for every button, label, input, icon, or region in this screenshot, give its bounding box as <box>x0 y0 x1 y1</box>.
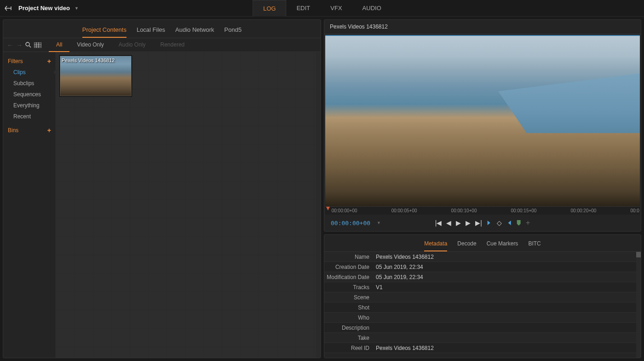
timeline-ruler[interactable]: 00:00:00+00 00:00:05+00 00:00:10+00 00:0… <box>325 206 640 215</box>
meta-value[interactable]: 05 Jun 2019, 22:34 <box>373 274 423 280</box>
add-marker-button[interactable] <box>517 220 521 226</box>
metadata-row: Shot <box>324 303 641 313</box>
sidebar-item-sequences[interactable]: Sequences <box>3 89 56 100</box>
sidebar-item-everything[interactable]: Everything <box>3 100 56 111</box>
svg-rect-2 <box>34 42 41 48</box>
clip-grid-scrollbar[interactable] <box>316 52 321 358</box>
mark-in-button[interactable] <box>487 220 492 226</box>
metadata-row: Creation Date05 Jun 2019, 22:34 <box>324 262 641 272</box>
meta-label: Take <box>324 335 373 341</box>
mark-out-button[interactable] <box>506 220 512 226</box>
workspace-tabs: LOG EDIT VFX AUDIO <box>253 0 391 17</box>
meta-value[interactable]: Pexels Videos 1436812 <box>373 254 434 260</box>
ruler-mark: 00:00:15+00 <box>511 208 537 213</box>
add-bin-button[interactable]: + <box>47 127 51 134</box>
nav-forward-icon[interactable]: → <box>16 41 23 49</box>
filter-audio-only[interactable]: Audio Only <box>111 38 153 52</box>
back-icon[interactable] <box>5 5 13 12</box>
ruler-mark: 00:00:00+00 <box>332 208 357 213</box>
go-to-end-button[interactable]: ▶| <box>475 219 482 227</box>
step-back-button[interactable]: ◀ <box>446 219 451 227</box>
clip-name-label: Pexels Videos 1436812 <box>62 58 115 63</box>
metadata-body: NamePexels Videos 1436812 Creation Date0… <box>324 252 641 358</box>
add-button[interactable]: + <box>526 219 530 227</box>
source-tabs: Project Contents Local Files Audio Netwo… <box>3 20 321 38</box>
viewer-frame[interactable] <box>325 35 640 206</box>
go-to-start-button[interactable]: |◀ <box>435 219 442 227</box>
meta-label: Shot <box>324 304 373 311</box>
tab-bitc[interactable]: BITC <box>528 238 540 251</box>
tab-audio-network[interactable]: Audio Network <box>175 23 214 38</box>
meta-label: Tracks <box>324 284 373 291</box>
tab-vfx[interactable]: VFX <box>320 0 352 17</box>
meta-label: Description <box>324 325 373 331</box>
metadata-tabs: Metadata Decode Cue Markers BITC <box>324 235 641 252</box>
meta-label: Scene <box>324 294 373 301</box>
tab-local-files[interactable]: Local Files <box>137 23 165 38</box>
tab-project-contents[interactable]: Project Contents <box>82 23 126 38</box>
project-title-label: Project New video <box>18 5 70 12</box>
main-area: Project Contents Local Files Audio Netwo… <box>0 17 644 361</box>
ruler-mark: 00:00:05+00 <box>391 208 417 213</box>
metadata-row: Description <box>324 323 641 333</box>
filter-rendered[interactable]: Rendered <box>153 38 192 52</box>
scrollbar-thumb[interactable] <box>636 252 641 257</box>
sidebar-item-recent[interactable]: Recent <box>3 111 56 122</box>
ruler-mark: 00:0 <box>630 208 639 213</box>
meta-label: Name <box>324 254 373 260</box>
metadata-row: Take <box>324 333 641 343</box>
filter-row: ← → All Video Only Audio Only Rendered <box>3 38 321 52</box>
transport-controls: 00:00:00+00 ▼ |◀ ◀ ▶ ▶ ▶| ◇ + <box>324 215 641 231</box>
sidebar-item-clips[interactable]: Clips <box>3 67 56 78</box>
meta-value[interactable]: 05 Jun 2019, 22:34 <box>373 264 423 270</box>
tab-metadata[interactable]: Metadata <box>424 238 447 251</box>
filters-label: Filters <box>8 58 23 64</box>
clip-thumbnail[interactable]: Pexels Videos 1436812 <box>60 56 132 96</box>
tab-cue-markers[interactable]: Cue Markers <box>487 238 518 251</box>
ruler-mark: 00:00:20+00 <box>571 208 597 213</box>
meta-value[interactable]: Pexels Videos 1436812 <box>373 345 434 351</box>
metadata-row: Reel IDPexels Videos 1436812 <box>324 343 641 353</box>
metadata-row: Modification Date05 Jun 2019, 22:34 <box>324 272 641 282</box>
filter-all[interactable]: All <box>49 38 69 52</box>
clear-marks-button[interactable]: ◇ <box>497 219 502 227</box>
step-forward-button[interactable]: ▶ <box>466 219 471 227</box>
metadata-panel: Metadata Decode Cue Markers BITC NamePex… <box>324 234 641 358</box>
metadata-row: Scene <box>324 292 641 303</box>
top-bar: Project New video ▼ LOG EDIT VFX AUDIO <box>0 0 644 17</box>
sidebar-item-subclips[interactable]: Subclips <box>3 78 56 89</box>
viewer-title: Pexels Videos 1436812 <box>324 20 641 34</box>
playhead-icon[interactable] <box>326 207 330 210</box>
bins-label: Bins <box>8 127 18 134</box>
filter-video-only[interactable]: Video Only <box>69 38 111 52</box>
viewer-panel: Pexels Videos 1436812 00:00:00+00 00:00:… <box>324 19 641 232</box>
tab-audio[interactable]: AUDIO <box>352 0 391 17</box>
clip-grid[interactable]: Pexels Videos 1436812 <box>56 52 321 358</box>
search-icon[interactable] <box>25 42 31 48</box>
svg-line-1 <box>29 46 31 47</box>
add-filter-button[interactable]: + <box>47 58 51 65</box>
timecode-display[interactable]: 00:00:00+00 <box>331 220 370 227</box>
metadata-scrollbar[interactable] <box>636 252 641 358</box>
chevron-down-icon[interactable]: ▼ <box>377 221 381 225</box>
meta-value[interactable]: V1 <box>373 284 383 291</box>
meta-label: Modification Date <box>324 274 373 280</box>
tab-edit[interactable]: EDIT <box>287 0 321 17</box>
video-preview <box>325 36 640 206</box>
tab-decode[interactable]: Decode <box>457 238 476 251</box>
meta-label: Reel ID <box>324 345 373 351</box>
sidebar-filters-header: Filters + <box>3 56 56 67</box>
nav-back-icon[interactable]: ← <box>7 41 13 49</box>
browser-panel: Project Contents Local Files Audio Netwo… <box>3 19 321 358</box>
sidebar: Filters + Clips Subclips Sequences Every… <box>3 52 56 358</box>
metadata-row: NamePexels Videos 1436812 <box>324 252 641 262</box>
svg-point-0 <box>26 42 29 46</box>
project-title-dropdown[interactable]: Project New video ▼ <box>18 5 79 12</box>
tab-pond5[interactable]: Pond5 <box>224 23 242 38</box>
tab-log[interactable]: LOG <box>253 0 286 17</box>
meta-label: Creation Date <box>324 264 373 270</box>
ruler-mark: 00:00:10+00 <box>451 208 477 213</box>
chevron-down-icon: ▼ <box>75 6 79 11</box>
play-button[interactable]: ▶ <box>456 219 461 227</box>
grid-view-icon[interactable] <box>34 42 41 48</box>
